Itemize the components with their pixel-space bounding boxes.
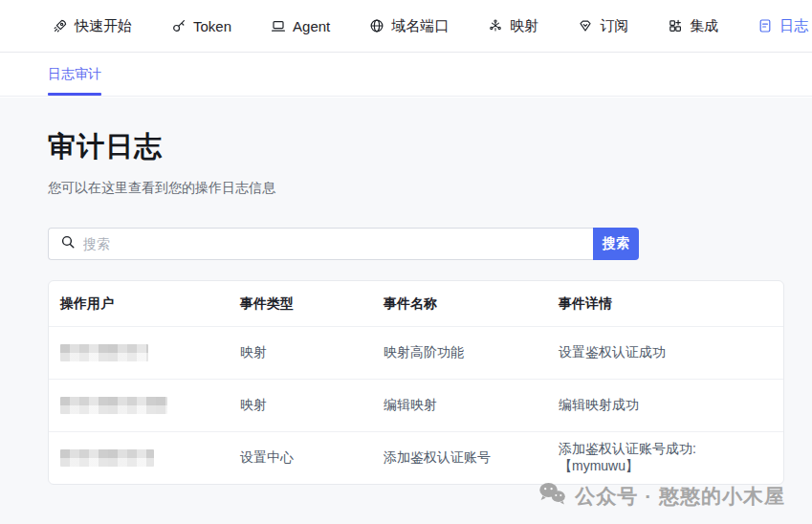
redacted-user-blur [60,397,167,414]
key-icon [171,18,187,33]
cell-event-name: 编辑映射 [384,397,559,414]
redacted-user-blur [60,344,148,361]
search-row: 搜索 [48,228,639,260]
cell-event-detail: 设置鉴权认证成功 [559,344,783,361]
cell-user [49,344,240,361]
redacted-user-blur [60,449,154,467]
table-row: 设置中心 添加鉴权认证账号 添加鉴权认证账号成功:【mymuwu】 [49,431,783,484]
nav-label: Agent [293,18,330,34]
tab-bar: 日志审计 [0,53,812,97]
table-row: 映射 映射高阶功能 设置鉴权认证成功 [49,326,783,379]
blocks-plus-icon [668,18,683,33]
wechat-icon [538,481,566,511]
hub-icon [488,18,503,33]
column-header-event-type: 事件类型 [240,295,384,313]
nav-item-integration[interactable]: 集成 [668,17,718,35]
cell-user [49,397,240,414]
search-input[interactable] [83,236,582,251]
cell-event-type: 映射 [240,397,384,414]
gem-icon [578,18,593,33]
nav-item-quick-start[interactable]: 快速开始 [53,17,132,35]
table-header-row: 操作用户 事件类型 事件名称 事件详情 [49,281,783,326]
nav-label: 映射 [510,17,538,35]
nav-item-token[interactable]: Token [171,18,231,34]
table-row: 映射 编辑映射 编辑映射成功 [49,379,783,431]
top-navigation: 快速开始 Token Agent 域名端口 [0,0,812,53]
column-header-user: 操作用户 [49,295,240,313]
nav-label: 域名端口 [391,17,449,35]
nav-item-mapping[interactable]: 映射 [488,17,538,35]
tab-log-audit[interactable]: 日志审计 [48,53,101,96]
search-box [48,228,593,260]
main-content: 审计日志 您可以在这里查看到您的操作日志信息 搜索 操作用户 事件类型 事件名称… [0,98,812,524]
document-icon [757,18,773,33]
nav-label: 快速开始 [75,17,132,35]
watermark: 公众号 · 憨憨的小木屋 [538,481,785,511]
globe-icon [369,18,384,33]
nav-label: 订阅 [600,17,628,35]
search-button[interactable]: 搜索 [593,228,639,260]
rocket-icon [53,18,68,33]
cell-event-type: 映射 [240,344,384,361]
nav-label: 集成 [690,17,718,35]
cell-user [49,449,240,467]
cell-event-type: 设置中心 [240,449,384,467]
laptop-icon [271,18,286,33]
cell-event-name: 添加鉴权认证账号 [384,449,559,467]
nav-item-subscription[interactable]: 订阅 [578,17,628,35]
audit-log-table: 操作用户 事件类型 事件名称 事件详情 映射 映射高阶功能 设置鉴权认证成功 映… [48,280,784,485]
page-title: 审计日志 [48,128,784,166]
cell-event-name: 映射高阶功能 [384,344,559,361]
active-tab-indicator [48,93,101,96]
tab-label: 日志审计 [48,66,101,83]
nav-label: 日志 [779,17,808,35]
nav-item-domain-port[interactable]: 域名端口 [369,17,449,35]
cell-event-detail: 编辑映射成功 [559,397,783,414]
cell-event-detail: 添加鉴权认证账号成功:【mymuwu】 [559,441,783,475]
nav-item-agent[interactable]: Agent [271,18,330,34]
nav-item-logs[interactable]: 日志 [757,17,808,35]
column-header-event-detail: 事件详情 [559,295,783,313]
nav-label: Token [193,18,231,34]
search-icon [60,234,76,253]
column-header-event-name: 事件名称 [384,295,559,313]
page-subtitle: 您可以在这里查看到您的操作日志信息 [48,180,784,197]
watermark-text: 公众号 · 憨憨的小木屋 [575,483,785,510]
